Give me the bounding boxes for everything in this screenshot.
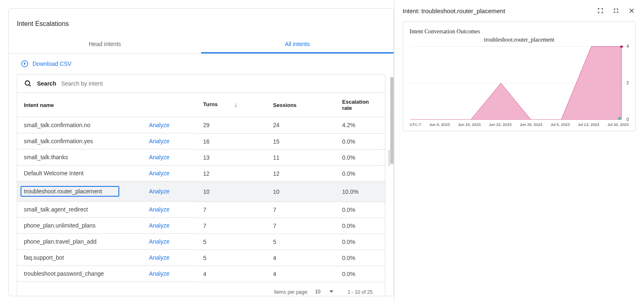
cell-turns: 5 bbox=[197, 250, 266, 266]
cell-turns: 12 bbox=[197, 165, 266, 181]
chart-x-tick: Jun 8, 2023 bbox=[429, 122, 450, 127]
intent-name: small_talk.confirmation.no bbox=[24, 122, 90, 128]
cell-sessions: 5 bbox=[266, 234, 336, 250]
search-icon bbox=[24, 79, 32, 88]
intent-name: Default Welcome Intent bbox=[24, 170, 83, 177]
table-row[interactable]: phone_plan.unlimited_plansAnalyze770.0% bbox=[17, 218, 385, 234]
cell-sessions: 12 bbox=[266, 165, 336, 181]
chart-title: Intent Conversation Outcomes bbox=[410, 28, 629, 35]
table-row[interactable]: troubleshoot.router_placementAnalyze1010… bbox=[17, 181, 385, 202]
intent-name: small_talk.confirmation.yes bbox=[24, 138, 93, 144]
analyze-link[interactable]: Analyze bbox=[149, 254, 190, 261]
cell-rate: 0.0% bbox=[336, 165, 385, 181]
svg-rect-6 bbox=[618, 117, 621, 120]
analyze-link[interactable]: Analyze bbox=[149, 270, 190, 277]
table-row[interactable]: troubleshoot.password_changeAnalyze440.0… bbox=[17, 266, 385, 282]
items-per-page-label: Items per page: bbox=[274, 289, 308, 295]
table-row[interactable]: faq.support_botAnalyze540.0% bbox=[17, 250, 385, 266]
download-csv-link[interactable]: Download CSV bbox=[9, 53, 394, 72]
analyze-link[interactable]: Analyze bbox=[149, 222, 190, 229]
table-row[interactable]: Default Welcome IntentAnalyze12120.0% bbox=[17, 165, 385, 181]
chart-x-tick: Jun 22, 2023 bbox=[489, 122, 512, 127]
chart-x-tick: Jul 13, 2023 bbox=[578, 122, 599, 127]
cell-sessions: 4 bbox=[266, 250, 336, 266]
cell-rate: 0.0% bbox=[336, 133, 385, 149]
search-input[interactable] bbox=[61, 80, 378, 87]
cell-turns: 13 bbox=[197, 149, 266, 165]
col-escalation-rate[interactable]: Escalation rate bbox=[336, 93, 385, 117]
intent-name: phone_plan.unlimited_plans bbox=[24, 222, 95, 229]
analyze-link[interactable]: Analyze bbox=[149, 122, 190, 128]
analyze-link[interactable]: Analyze bbox=[149, 188, 190, 195]
col-intent-name[interactable]: Intent name bbox=[17, 93, 197, 117]
table-row[interactable]: small_talk.confirmation.noAnalyze29244.2… bbox=[17, 117, 385, 134]
tabs: Head intents All intents bbox=[9, 36, 394, 53]
cell-rate: 0.0% bbox=[336, 218, 385, 234]
table-row[interactable]: small_talk.agent_redirectAnalyze770.0% bbox=[17, 202, 385, 218]
cell-turns: 29 bbox=[197, 117, 266, 134]
analyze-link[interactable]: Analyze bbox=[149, 170, 190, 177]
panel-title: Intent Escalations bbox=[9, 17, 394, 31]
cell-sessions: 15 bbox=[266, 133, 336, 149]
cell-turns: 5 bbox=[197, 234, 266, 250]
cell-rate: 0.0% bbox=[336, 202, 385, 218]
intent-name: small_talk.thanks bbox=[24, 154, 68, 160]
cell-sessions: 24 bbox=[266, 117, 336, 134]
cell-rate: 10.0% bbox=[336, 181, 385, 202]
intent-escalations-panel: Intent Escalations Head intents All inte… bbox=[8, 8, 394, 296]
chart-y-tick: 0 bbox=[626, 117, 629, 122]
col-sessions[interactable]: Sessions bbox=[266, 93, 336, 117]
analyze-link[interactable]: Analyze bbox=[149, 138, 190, 144]
col-turns[interactable]: Turns↓ bbox=[197, 93, 266, 117]
detail-title: Intent: troubleshoot.router_placement bbox=[403, 7, 505, 14]
cell-turns: 7 bbox=[197, 218, 266, 234]
chart-x-tick: Jun 29, 2023 bbox=[520, 122, 542, 127]
analyze-link[interactable]: Analyze bbox=[149, 154, 190, 160]
intent-name: phone_plan.travel_plan_add bbox=[24, 238, 97, 245]
analyze-link[interactable]: Analyze bbox=[149, 238, 190, 245]
chart-plot: 024 bbox=[410, 46, 629, 120]
analyze-link[interactable]: Analyze bbox=[149, 206, 190, 213]
tab-head-intents[interactable]: Head intents bbox=[9, 36, 201, 53]
download-icon bbox=[21, 60, 28, 67]
cell-turns: 4 bbox=[197, 266, 266, 282]
intent-name: small_talk.agent_redirect bbox=[24, 206, 88, 213]
cell-sessions: 11 bbox=[266, 149, 336, 165]
table-row[interactable]: small_talk.confirmation.yesAnalyze16150.… bbox=[17, 133, 385, 149]
download-csv-label: Download CSV bbox=[32, 60, 72, 67]
cell-sessions: 7 bbox=[266, 202, 336, 218]
svg-point-1 bbox=[25, 81, 30, 85]
search-label: Search bbox=[37, 80, 56, 87]
chart-card: Intent Conversation Outcomes troubleshoo… bbox=[403, 21, 636, 131]
chart-y-tick: 2 bbox=[626, 81, 629, 85]
chart-x-tick: Jul 6, 2023 bbox=[551, 122, 570, 127]
chart-x-tick: Jul 20, 2023 bbox=[607, 122, 629, 127]
tab-all-intents[interactable]: All intents bbox=[201, 36, 394, 53]
items-per-page-select[interactable]: 10 bbox=[313, 288, 335, 297]
cell-rate: 4.2% bbox=[336, 117, 385, 134]
intent-table: Search Intent name Turns↓ Sessions Escal… bbox=[17, 74, 385, 296]
intent-name: faq.support_bot bbox=[24, 254, 64, 261]
cell-turns: 10 bbox=[197, 181, 266, 202]
pagination-range: 1 - 10 of 25 bbox=[347, 289, 373, 295]
cell-turns: 7 bbox=[197, 202, 266, 218]
cell-rate: 0.0% bbox=[336, 250, 385, 266]
cell-rate: 0.0% bbox=[336, 234, 385, 250]
close-button[interactable] bbox=[628, 7, 636, 15]
fullscreen-button[interactable] bbox=[596, 7, 605, 15]
chart-x-tick: UTC-7 bbox=[410, 122, 421, 127]
table-row[interactable]: phone_plan.travel_plan_addAnalyze550.0% bbox=[17, 234, 385, 250]
chart-x-tick: Jun 15, 2023 bbox=[458, 122, 481, 127]
cell-sessions: 10 bbox=[266, 181, 336, 202]
exit-fullscreen-button[interactable] bbox=[612, 7, 620, 15]
resize-handle[interactable] bbox=[388, 150, 390, 166]
cell-turns: 16 bbox=[197, 133, 266, 149]
table-header-row: Intent name Turns↓ Sessions Escalation r… bbox=[17, 93, 385, 117]
chevron-down-icon bbox=[329, 290, 334, 293]
scrollbar[interactable] bbox=[390, 77, 394, 164]
chart-subtitle: troubleshoot.router_placement bbox=[410, 37, 629, 43]
search-row: Search bbox=[17, 74, 385, 93]
intent-name: troubleshoot.router_placement bbox=[21, 186, 119, 197]
sort-desc-icon: ↓ bbox=[234, 101, 237, 109]
table-row[interactable]: small_talk.thanksAnalyze13110.0% bbox=[17, 149, 385, 165]
